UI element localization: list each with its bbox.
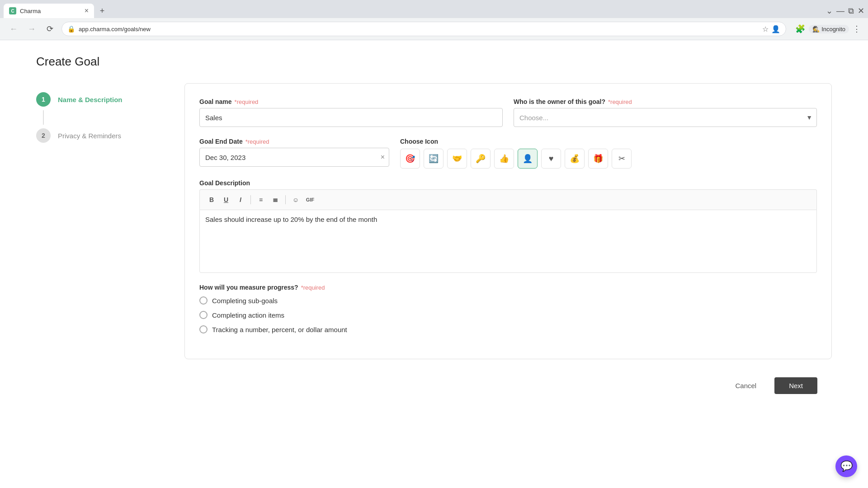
lock-icon: 🔒: [67, 25, 75, 33]
goal-end-date-input[interactable]: [199, 148, 389, 167]
toolbar-sep-2: [285, 195, 286, 204]
goal-name-input[interactable]: [199, 108, 503, 127]
page-title: Create Goal: [36, 55, 832, 69]
goal-end-date-group: Goal End Date *required ×: [199, 138, 389, 167]
icon-button-2[interactable]: 🤝: [447, 149, 467, 169]
toolbar-sep-1: [250, 195, 251, 204]
radio-circle-action-items: [199, 311, 208, 319]
main-layout: 1 Name & Description 2 Privacy & Reminde…: [36, 83, 832, 359]
goal-description-label: Goal Description: [199, 179, 817, 187]
tab-close-button[interactable]: ×: [85, 7, 89, 14]
url-display: app.charma.com/goals/new: [79, 26, 759, 33]
active-tab[interactable]: C Charma ×: [4, 4, 94, 18]
description-section: Goal Description B U I ≡ ≣ ☺ GIF Sal: [199, 179, 817, 273]
bold-button[interactable]: B: [205, 193, 218, 206]
forward-button[interactable]: →: [25, 23, 38, 35]
progress-options: Completing sub-goals Completing action i…: [199, 296, 817, 333]
extensions-icon[interactable]: 🧩: [795, 24, 805, 34]
restore-button[interactable]: ⧉: [848, 6, 854, 16]
progress-section: How will you measure progress? *required…: [199, 284, 817, 333]
radio-circle-subgoals: [199, 296, 208, 305]
icon-button-1[interactable]: 🔄: [424, 149, 443, 169]
goal-description-editor[interactable]: Sales should increase up to 20% by the e…: [199, 210, 817, 273]
tab-title: Charma: [20, 8, 81, 14]
goal-owner-label: Who is the owner of this goal? *required: [514, 98, 817, 105]
step-2-item: 2 Privacy & Reminders: [36, 125, 163, 146]
bottom-actions: Cancel Next: [36, 366, 832, 394]
icon-grid: 🎯 🔄 🤝 🔑 👍 👤 ♥ 💰 🎁 ✂: [400, 149, 817, 169]
date-input-wrapper: ×: [199, 148, 389, 167]
editor-toolbar: B U I ≡ ≣ ☺ GIF: [199, 189, 817, 210]
radio-label-tracking: Tracking a number, percent, or dollar am…: [212, 326, 347, 333]
tab-bar-menu-icon[interactable]: ⌄: [826, 6, 833, 16]
date-clear-button[interactable]: ×: [381, 153, 385, 161]
radio-label-action-items: Completing action items: [212, 311, 284, 319]
tab-bar-end: ⌄ — ⧉ ✕: [826, 6, 864, 16]
gif-button[interactable]: GIF: [304, 193, 316, 206]
step-1-circle: 1: [36, 92, 51, 107]
radio-option-subgoals[interactable]: Completing sub-goals: [199, 296, 817, 305]
browser-chrome: C Charma × + ⌄ — ⧉ ✕ ← → ⟳ 🔒 app.charma.…: [0, 0, 868, 40]
incognito-indicator: 🕵 Incognito: [809, 25, 849, 33]
bullet-list-button[interactable]: ≡: [255, 193, 267, 206]
radio-option-tracking[interactable]: Tracking a number, percent, or dollar am…: [199, 325, 817, 333]
name-owner-row: Goal name *required Who is the owner of …: [199, 98, 817, 127]
step-2-circle: 2: [36, 128, 51, 143]
chat-bubble-button[interactable]: 💬: [835, 455, 857, 477]
step-1-label: Name & Description: [58, 96, 123, 103]
goal-owner-select-wrapper: Choose... ▼: [514, 108, 817, 127]
steps-sidebar: 1 Name & Description 2 Privacy & Reminde…: [36, 83, 163, 146]
choose-icon-label: Choose Icon: [400, 138, 817, 145]
step-2-label: Privacy & Reminders: [58, 132, 121, 140]
new-tab-button[interactable]: +: [96, 5, 108, 17]
progress-required: *required: [301, 284, 325, 291]
progress-label: How will you measure progress? *required: [199, 284, 817, 291]
italic-button[interactable]: I: [234, 193, 247, 206]
ordered-list-button[interactable]: ≣: [269, 193, 282, 206]
radio-circle-tracking: [199, 325, 208, 333]
tab-favicon: C: [9, 7, 16, 14]
page-content: Create Goal 1 Name & Description 2 Priva…: [0, 40, 868, 408]
profile-icon[interactable]: 👤: [771, 25, 780, 33]
step-connector: [43, 110, 44, 125]
icon-button-5[interactable]: 👤: [518, 149, 538, 169]
address-bar-icons: ☆ 👤: [762, 25, 780, 33]
icon-button-4[interactable]: 👍: [494, 149, 514, 169]
reload-button[interactable]: ⟳: [43, 23, 56, 35]
goal-end-date-label: Goal End Date *required: [199, 138, 389, 145]
goal-owner-select[interactable]: Choose...: [514, 108, 817, 127]
goal-owner-required: *required: [608, 99, 632, 105]
icon-button-8[interactable]: 🎁: [588, 149, 608, 169]
icon-button-7[interactable]: 💰: [565, 149, 585, 169]
cancel-button[interactable]: Cancel: [724, 377, 767, 394]
radio-option-action-items[interactable]: Completing action items: [199, 311, 817, 319]
goal-owner-group: Who is the owner of this goal? *required…: [514, 98, 817, 127]
bookmark-icon[interactable]: ☆: [762, 25, 769, 33]
step-1-item: 1 Name & Description: [36, 89, 163, 110]
address-bar[interactable]: 🔒 app.charma.com/goals/new ☆ 👤: [61, 22, 786, 36]
goal-name-group: Goal name *required: [199, 98, 503, 127]
back-button[interactable]: ←: [7, 23, 20, 35]
goal-name-required: *required: [235, 99, 259, 105]
address-bar-row: ← → ⟳ 🔒 app.charma.com/goals/new ☆ 👤 🧩 🕵…: [0, 18, 868, 40]
date-icon-row: Goal End Date *required × Choose Icon 🎯 …: [199, 138, 817, 169]
goal-description-text: Sales should increase up to 20% by the e…: [205, 216, 377, 223]
icon-button-9[interactable]: ✂: [612, 149, 632, 169]
goal-name-label: Goal name *required: [199, 98, 503, 105]
icon-button-6[interactable]: ♥: [541, 149, 561, 169]
form-area: Goal name *required Who is the owner of …: [184, 83, 832, 359]
browser-menu-icon[interactable]: ⋮: [853, 24, 861, 34]
next-button[interactable]: Next: [774, 377, 817, 394]
browser-actions: 🧩 🕵 Incognito ⋮: [795, 24, 861, 34]
close-button[interactable]: ✕: [858, 6, 864, 16]
icon-section: Choose Icon 🎯 🔄 🤝 🔑 👍 👤 ♥ 💰 🎁 ✂: [400, 138, 817, 169]
radio-label-subgoals: Completing sub-goals: [212, 297, 278, 305]
minimize-button[interactable]: —: [836, 6, 844, 16]
icon-button-0[interactable]: 🎯: [400, 149, 420, 169]
tab-bar: C Charma × + ⌄ — ⧉ ✕: [0, 0, 868, 18]
goal-end-date-required: *required: [245, 138, 269, 145]
icon-button-3[interactable]: 🔑: [471, 149, 491, 169]
emoji-button[interactable]: ☺: [289, 193, 302, 206]
underline-button[interactable]: U: [220, 193, 232, 206]
